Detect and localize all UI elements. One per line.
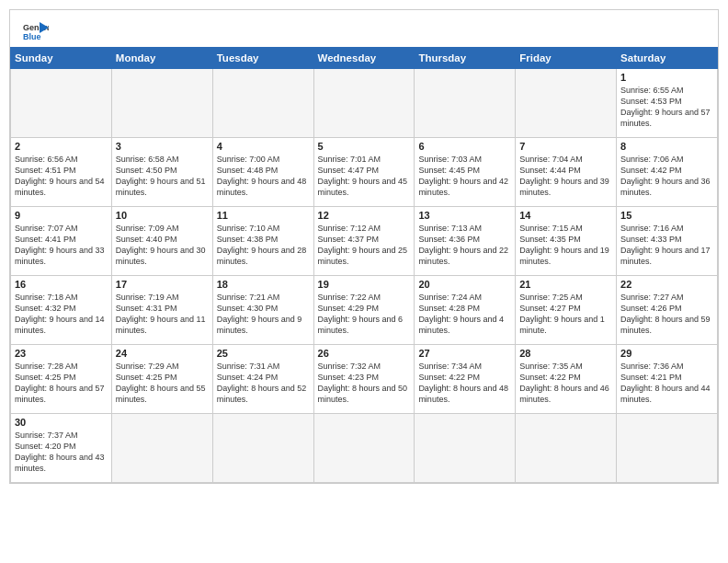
calendar-cell: 25Sunrise: 7:31 AM Sunset: 4:24 PM Dayli… (212, 345, 313, 414)
header: General Blue (10, 10, 718, 47)
day-info: Sunrise: 7:21 AM Sunset: 4:30 PM Dayligh… (217, 292, 310, 337)
calendar-cell: 27Sunrise: 7:34 AM Sunset: 4:22 PM Dayli… (415, 345, 516, 414)
day-info: Sunrise: 7:22 AM Sunset: 4:29 PM Dayligh… (318, 292, 411, 337)
day-info: Sunrise: 7:36 AM Sunset: 4:21 PM Dayligh… (620, 361, 713, 406)
calendar-cell: 5Sunrise: 7:01 AM Sunset: 4:47 PM Daylig… (313, 138, 415, 207)
calendar-cell: 16Sunrise: 7:18 AM Sunset: 4:32 PM Dayli… (11, 276, 112, 345)
week-row-3: 9Sunrise: 7:07 AM Sunset: 4:41 PM Daylig… (11, 207, 718, 276)
weekday-sunday: Sunday (11, 48, 112, 69)
day-number: 20 (418, 279, 511, 290)
calendar-cell (516, 414, 617, 483)
day-info: Sunrise: 7:28 AM Sunset: 4:25 PM Dayligh… (15, 361, 108, 406)
day-number: 24 (116, 348, 209, 359)
calendar-cell (415, 69, 516, 138)
logo-icon: General Blue (23, 21, 49, 41)
calendar-cell: 19Sunrise: 7:22 AM Sunset: 4:29 PM Dayli… (313, 276, 415, 345)
day-info: Sunrise: 7:13 AM Sunset: 4:36 PM Dayligh… (418, 223, 511, 268)
day-number: 1 (620, 72, 713, 83)
day-number: 27 (418, 348, 511, 359)
day-info: Sunrise: 7:27 AM Sunset: 4:26 PM Dayligh… (620, 292, 713, 337)
weekday-header-row: SundayMondayTuesdayWednesdayThursdayFrid… (11, 48, 718, 69)
calendar-body: 1Sunrise: 6:55 AM Sunset: 4:53 PM Daylig… (11, 69, 718, 483)
week-row-5: 23Sunrise: 7:28 AM Sunset: 4:25 PM Dayli… (11, 345, 718, 414)
day-info: Sunrise: 7:29 AM Sunset: 4:25 PM Dayligh… (116, 361, 209, 406)
weekday-thursday: Thursday (415, 48, 516, 69)
calendar-cell: 15Sunrise: 7:16 AM Sunset: 4:33 PM Dayli… (617, 207, 718, 276)
day-number: 23 (15, 348, 108, 359)
calendar-cell: 17Sunrise: 7:19 AM Sunset: 4:31 PM Dayli… (111, 276, 212, 345)
svg-text:Blue: Blue (23, 32, 41, 41)
week-row-1: 1Sunrise: 6:55 AM Sunset: 4:53 PM Daylig… (11, 69, 718, 138)
day-info: Sunrise: 7:06 AM Sunset: 4:42 PM Dayligh… (620, 154, 713, 199)
day-info: Sunrise: 7:19 AM Sunset: 4:31 PM Dayligh… (116, 292, 209, 337)
calendar-cell (516, 69, 617, 138)
day-info: Sunrise: 7:15 AM Sunset: 4:35 PM Dayligh… (519, 223, 612, 268)
calendar-cell: 21Sunrise: 7:25 AM Sunset: 4:27 PM Dayli… (516, 276, 617, 345)
calendar-table: SundayMondayTuesdayWednesdayThursdayFrid… (10, 47, 718, 483)
logo: General Blue (23, 21, 49, 41)
day-number: 26 (318, 348, 411, 359)
day-info: Sunrise: 7:37 AM Sunset: 4:20 PM Dayligh… (15, 430, 108, 475)
calendar-cell: 14Sunrise: 7:15 AM Sunset: 4:35 PM Dayli… (516, 207, 617, 276)
calendar-cell: 3Sunrise: 6:58 AM Sunset: 4:50 PM Daylig… (111, 138, 212, 207)
day-number: 21 (519, 279, 612, 290)
day-number: 9 (15, 210, 108, 221)
day-number: 19 (318, 279, 411, 290)
day-info: Sunrise: 7:24 AM Sunset: 4:28 PM Dayligh… (418, 292, 511, 337)
weekday-wednesday: Wednesday (313, 48, 415, 69)
calendar-cell: 26Sunrise: 7:32 AM Sunset: 4:23 PM Dayli… (313, 345, 415, 414)
day-info: Sunrise: 7:25 AM Sunset: 4:27 PM Dayligh… (519, 292, 612, 337)
calendar-cell: 8Sunrise: 7:06 AM Sunset: 4:42 PM Daylig… (617, 138, 718, 207)
day-number: 14 (519, 210, 612, 221)
day-info: Sunrise: 7:03 AM Sunset: 4:45 PM Dayligh… (418, 154, 511, 199)
day-number: 16 (15, 279, 108, 290)
day-number: 25 (217, 348, 310, 359)
calendar-cell: 18Sunrise: 7:21 AM Sunset: 4:30 PM Dayli… (212, 276, 313, 345)
calendar-cell: 24Sunrise: 7:29 AM Sunset: 4:25 PM Dayli… (111, 345, 212, 414)
day-info: Sunrise: 7:04 AM Sunset: 4:44 PM Dayligh… (519, 154, 612, 199)
weekday-friday: Friday (516, 48, 617, 69)
day-number: 3 (116, 141, 209, 152)
week-row-2: 2Sunrise: 6:56 AM Sunset: 4:51 PM Daylig… (11, 138, 718, 207)
calendar-cell (313, 69, 415, 138)
calendar-cell: 7Sunrise: 7:04 AM Sunset: 4:44 PM Daylig… (516, 138, 617, 207)
day-number: 7 (519, 141, 612, 152)
calendar-cell: 30Sunrise: 7:37 AM Sunset: 4:20 PM Dayli… (11, 414, 112, 483)
day-number: 13 (418, 210, 511, 221)
day-info: Sunrise: 7:16 AM Sunset: 4:33 PM Dayligh… (620, 223, 713, 268)
day-info: Sunrise: 7:18 AM Sunset: 4:32 PM Dayligh… (15, 292, 108, 337)
calendar-cell: 4Sunrise: 7:00 AM Sunset: 4:48 PM Daylig… (212, 138, 313, 207)
day-number: 6 (418, 141, 511, 152)
day-info: Sunrise: 6:58 AM Sunset: 4:50 PM Dayligh… (116, 154, 209, 199)
day-number: 30 (15, 417, 108, 428)
day-info: Sunrise: 7:12 AM Sunset: 4:37 PM Dayligh… (318, 223, 411, 268)
calendar-cell (111, 414, 212, 483)
day-info: Sunrise: 7:35 AM Sunset: 4:22 PM Dayligh… (519, 361, 612, 406)
day-info: Sunrise: 7:32 AM Sunset: 4:23 PM Dayligh… (318, 361, 411, 406)
day-number: 29 (620, 348, 713, 359)
day-number: 2 (15, 141, 108, 152)
day-number: 8 (620, 141, 713, 152)
calendar-cell: 13Sunrise: 7:13 AM Sunset: 4:36 PM Dayli… (415, 207, 516, 276)
calendar-cell: 1Sunrise: 6:55 AM Sunset: 4:53 PM Daylig… (617, 69, 718, 138)
day-info: Sunrise: 7:10 AM Sunset: 4:38 PM Dayligh… (217, 223, 310, 268)
day-number: 17 (116, 279, 209, 290)
day-info: Sunrise: 7:09 AM Sunset: 4:40 PM Dayligh… (116, 223, 209, 268)
calendar-cell: 28Sunrise: 7:35 AM Sunset: 4:22 PM Dayli… (516, 345, 617, 414)
calendar-cell: 11Sunrise: 7:10 AM Sunset: 4:38 PM Dayli… (212, 207, 313, 276)
day-number: 15 (620, 210, 713, 221)
calendar-cell (617, 414, 718, 483)
day-info: Sunrise: 7:34 AM Sunset: 4:22 PM Dayligh… (418, 361, 511, 406)
day-number: 10 (116, 210, 209, 221)
day-number: 22 (620, 279, 713, 290)
calendar-cell: 29Sunrise: 7:36 AM Sunset: 4:21 PM Dayli… (617, 345, 718, 414)
day-number: 5 (318, 141, 411, 152)
week-row-6: 30Sunrise: 7:37 AM Sunset: 4:20 PM Dayli… (11, 414, 718, 483)
day-number: 18 (217, 279, 310, 290)
day-number: 12 (318, 210, 411, 221)
calendar-cell: 23Sunrise: 7:28 AM Sunset: 4:25 PM Dayli… (11, 345, 112, 414)
calendar-cell (11, 69, 112, 138)
calendar-cell (212, 69, 313, 138)
calendar-cell: 22Sunrise: 7:27 AM Sunset: 4:26 PM Dayli… (617, 276, 718, 345)
day-info: Sunrise: 6:56 AM Sunset: 4:51 PM Dayligh… (15, 154, 108, 199)
